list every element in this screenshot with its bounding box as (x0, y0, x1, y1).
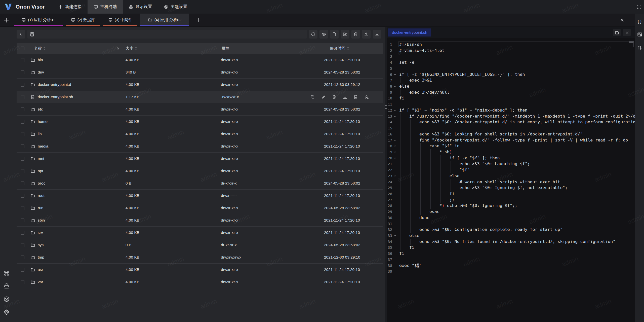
row-checkbox[interactable] (21, 79, 27, 91)
code-line[interactable]: 22 "$f" (387, 167, 635, 173)
fold-chevron-down-icon[interactable] (393, 145, 396, 148)
select-all-checkbox[interactable] (21, 43, 24, 54)
code-line[interactable]: 35 fi (387, 244, 635, 251)
download-button[interactable] (373, 30, 381, 39)
code-line[interactable]: 4set -e (387, 59, 635, 65)
settings-button[interactable] (2, 308, 11, 317)
shortcut-keys-button[interactable] (2, 269, 11, 278)
code-line[interactable]: 10fi (387, 95, 635, 101)
menu-item-new-connection[interactable]: 新建连接 (52, 0, 88, 14)
sort-icon[interactable] (43, 47, 46, 50)
code-line[interactable]: 9 exec 3>/dev/null (387, 89, 635, 95)
row-checkbox[interactable] (21, 140, 27, 152)
close-editor-button[interactable] (623, 29, 631, 36)
file-row[interactable]: sbin 4.00 KB drwxr-xr-x 2021-11-24 17:20… (17, 214, 383, 227)
row-checkbox[interactable] (21, 153, 27, 165)
filter-button[interactable] (116, 43, 120, 54)
column-header-attr[interactable]: 属性 (222, 43, 229, 54)
code-line[interactable]: 32 echo >&3 "$0: Configuration complete;… (387, 227, 635, 233)
code-line[interactable]: 21 echo >&3 "$0: Launching $f"; (387, 161, 635, 167)
row-checkbox[interactable] (21, 128, 27, 140)
file-row[interactable]: sys 0 B dr-xr-xr-x 2024-05-28 23:58:02 (17, 239, 383, 251)
code-line[interactable]: 33 else (387, 233, 635, 239)
file-row[interactable]: run 4.00 KB drwxr-xr-x 2024-05-28 23:58:… (17, 202, 383, 214)
upload-button[interactable] (362, 30, 371, 39)
row-checkbox[interactable] (21, 116, 27, 128)
file-row[interactable]: proc 0 B dr-xr-xr-x 2024-05-28 23:58:02 (17, 177, 383, 190)
row-checkbox[interactable] (21, 251, 27, 263)
fold-chevron-down-icon[interactable] (393, 73, 396, 76)
code-line[interactable]: 14 echo >&3 "$0: /docker-entrypoint.d/ i… (387, 119, 635, 125)
fold-chevron-down-icon[interactable] (393, 85, 396, 88)
code-line[interactable]: 12if [ "$1" = "nginx" -o "$1" = "nginx-d… (387, 107, 635, 113)
code-line[interactable]: 36fi (387, 251, 635, 257)
code-line[interactable]: 7 exec 3>&1 (387, 77, 635, 83)
tab-session-4[interactable]: (4) 应用-分析02 (140, 14, 189, 26)
code-line[interactable]: 11 (387, 101, 635, 107)
move-icon[interactable] (354, 95, 358, 99)
sort-icon[interactable] (347, 47, 349, 50)
display-settings-button[interactable] (2, 281, 11, 291)
fold-chevron-down-icon[interactable] (393, 109, 396, 112)
menu-item-host-terminal[interactable]: 主机终端 (88, 0, 123, 14)
code-editor[interactable]: 1#!/bin/sh2# vim:sw=4:ts=4:et34set -e56i… (387, 38, 635, 322)
code-line[interactable]: 3 (387, 53, 635, 59)
code-line[interactable]: 20 if [ -x "$f" ]; then (387, 155, 635, 161)
code-line[interactable]: 38exec "$@" (387, 263, 635, 269)
save-file-button[interactable] (613, 29, 621, 36)
code-line[interactable]: 31 (387, 221, 635, 227)
file-row[interactable]: srv 4.00 KB drwxr-xr-x 2021-11-24 17:20:… (17, 227, 383, 239)
column-header-name[interactable]: 名称 (34, 43, 46, 54)
code-line[interactable]: 6if [ -z "${NGINX_ENTRYPOINT_QUIET_LOGS:… (387, 71, 635, 78)
code-line[interactable]: 5 (387, 65, 635, 71)
code-line[interactable]: 37 (387, 257, 635, 263)
code-line[interactable]: 28 *) echo >&3 "$0: Ignoring $f";; (387, 203, 635, 209)
code-line[interactable]: 17 find "/docker-entrypoint.d/" -follow … (387, 137, 635, 143)
code-line[interactable]: 30 done (387, 215, 635, 221)
download-icon[interactable] (343, 95, 347, 99)
file-row[interactable]: docker-entrypoint.d 4.00 KB drwxr-xr-x 2… (17, 79, 383, 91)
row-checkbox[interactable] (21, 190, 27, 202)
sidebar-new-connection-button[interactable] (3, 17, 10, 23)
file-row[interactable]: mnt 4.00 KB drwxr-xr-x 2021-11-24 17:20:… (17, 153, 383, 165)
file-row[interactable]: bin 4.00 KB drwxr-xr-x 2021-11-24 17:20:… (17, 54, 383, 66)
close-panel-button[interactable] (619, 17, 625, 23)
file-row[interactable]: usr 4.00 KB drwxr-xr-x 2021-11-24 17:20:… (17, 264, 383, 276)
fold-chevron-down-icon[interactable] (393, 174, 396, 177)
sort-icon[interactable] (135, 47, 137, 50)
row-checkbox[interactable] (21, 165, 27, 177)
row-checkbox[interactable] (21, 214, 27, 226)
code-line[interactable]: 2# vim:sw=4:ts=4:et (387, 48, 635, 54)
row-checkbox[interactable] (21, 239, 27, 251)
delete-button[interactable] (351, 30, 360, 39)
code-line[interactable]: 29 esac (387, 209, 635, 215)
tab-session-2[interactable]: (2) 数据库 (66, 14, 100, 26)
theme-settings-button[interactable] (2, 295, 11, 304)
tab-session-1[interactable]: (1) 应用-分析01 (14, 14, 63, 26)
tab-session-3[interactable]: (3) 中间件 (103, 14, 137, 26)
edit-icon[interactable] (321, 95, 326, 99)
code-line[interactable]: 27 ;; (387, 197, 635, 203)
row-checkbox[interactable] (21, 227, 27, 239)
file-row[interactable]: tmp 4.00 KB drwxrwxrwx 2021-12-30 03:29:… (17, 251, 383, 264)
row-checkbox[interactable] (21, 177, 27, 189)
refresh-button[interactable] (309, 30, 317, 39)
code-line[interactable]: 24 # warn on shell scripts without exec … (387, 179, 635, 185)
row-checkbox[interactable] (21, 103, 27, 115)
back-button[interactable] (17, 30, 25, 39)
editor-file-tab[interactable]: docker-entrypoint.sh (388, 28, 431, 37)
new-folder-button[interactable] (341, 30, 349, 39)
row-checkbox[interactable] (21, 276, 27, 288)
file-row[interactable]: var 4.00 KB drwxr-xr-x 2021-11-24 17:20:… (17, 276, 383, 288)
code-braces-button[interactable]: {} (635, 17, 644, 26)
code-line[interactable]: 18 case "$f" in (387, 143, 635, 149)
column-header-modified[interactable]: 修改时间 (330, 43, 349, 54)
sort-order-button[interactable] (635, 44, 644, 52)
file-row[interactable]: opt 4.00 KB drwxr-xr-x 2021-11-24 17:20:… (17, 165, 383, 177)
file-row[interactable]: dev 340 B drwxr-xr-x 2024-05-28 23:58:02 (17, 66, 383, 79)
row-checkbox[interactable] (21, 202, 27, 214)
file-row[interactable]: etc 4.00 KB drwxr-xr-x 2024-05-28 23:58:… (17, 103, 383, 116)
panel-splitter[interactable] (385, 27, 387, 322)
code-line[interactable]: 26 fi (387, 191, 635, 197)
preview-button[interactable] (319, 30, 328, 39)
